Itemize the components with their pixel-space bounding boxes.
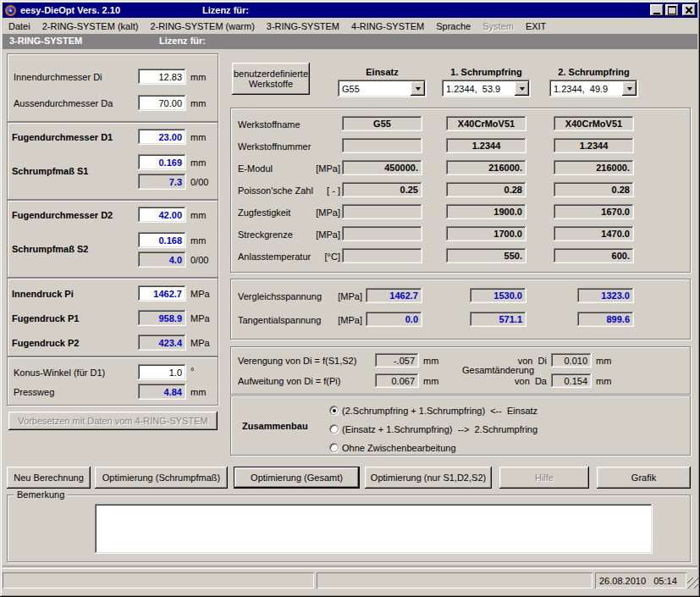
tangentialspannung-ring1: 571.1 xyxy=(470,312,526,327)
assembly-option1-label[interactable]: (2.Schrumpfring + 1.Schrumpfring) <-- Ei… xyxy=(342,406,537,416)
emodul-ring1: 216000. xyxy=(446,160,526,175)
von-da-field: 0.154 xyxy=(551,373,592,388)
close-button[interactable] xyxy=(682,4,696,16)
label-von-di: von Di xyxy=(511,356,547,366)
maximize-button[interactable] xyxy=(665,4,679,16)
konus-field[interactable]: 1.0 xyxy=(138,364,186,380)
p2-field: 423.4 xyxy=(138,334,186,351)
streckgrenze-einsatz xyxy=(342,226,422,241)
unit-p1: MPa xyxy=(190,313,210,323)
unit-d2: mm xyxy=(190,210,206,220)
unit-pi: MPa xyxy=(190,289,210,299)
menu-bar: Datei 2-RING-SYSTEM (kalt) 2-RING-SYSTEM… xyxy=(3,18,697,34)
unit-d1: mm xyxy=(190,132,206,142)
pi-field[interactable]: 1462.7 xyxy=(138,285,186,301)
einsatz-material-select[interactable]: G55 xyxy=(338,80,427,97)
unit-di: mm xyxy=(190,72,206,82)
column-header-ring2: 2. Schrumpfring xyxy=(549,67,638,77)
s2-field[interactable]: 0.168 xyxy=(138,232,186,248)
s1-field[interactable]: 0.169 xyxy=(138,154,186,170)
von-di-field: 0.010 xyxy=(551,353,592,368)
maximize-icon xyxy=(668,6,676,14)
tangentialspannung-ring2: 899.6 xyxy=(577,312,634,327)
label-vergleichsspannung: Vergleichsspannung xyxy=(238,291,322,301)
label-werkstoffnummer: Werkstoffnummer xyxy=(238,141,311,152)
menu-datei[interactable]: Datei xyxy=(3,19,36,33)
unit-emodul: [MPa] xyxy=(279,163,340,174)
ring2-select-dropdown-button[interactable] xyxy=(622,81,637,96)
unit-anlasstemperatur: [°C] xyxy=(279,252,340,262)
zugfestigkeit-ring2: 1670.0 xyxy=(554,204,634,219)
di-field[interactable]: 12.83 xyxy=(138,69,186,85)
optimierung-schrumpfmass-button[interactable]: Optimierung (Schrumpfmaß) xyxy=(95,467,228,489)
label-di: Innendurchmesser Di xyxy=(14,72,102,82)
unit-von-da: mm xyxy=(596,376,611,386)
neu-berechnung-button[interactable]: Neu Berechnung xyxy=(7,467,91,489)
title-bar[interactable]: eesy-DieOpt Vers. 2.10 Lizenz für: xyxy=(3,3,697,18)
optimierung-s1d2s2-button[interactable]: Optimierung (nur S1,D2,S2) xyxy=(365,467,492,489)
label-s2: Schrumpfmaß S2 xyxy=(12,244,88,254)
assembly-option2-label[interactable]: (Einsatz + 1.Schrumpfring) --> 2.Schrump… xyxy=(342,424,537,434)
d1-field[interactable]: 23.00 xyxy=(138,129,186,145)
subheader-bar: 3-RING-SYSTEM Lizenz für: xyxy=(3,34,697,49)
menu-sprache[interactable]: Sprache xyxy=(430,19,477,33)
label-p1: Fugendruck P1 xyxy=(12,313,79,323)
pressweg-field: 4.84 xyxy=(138,384,186,400)
bemerkung-textarea[interactable] xyxy=(95,504,653,554)
menu-2ring-kalt[interactable]: 2-RING-SYSTEM (kalt) xyxy=(36,19,145,33)
label-d2: Fugendurchmesser D2 xyxy=(12,210,113,220)
group-konus xyxy=(7,357,218,406)
ring1-material-select[interactable]: 1.2344, 53.9 xyxy=(442,80,531,97)
label-pi: Innendruck Pi xyxy=(12,289,74,299)
label-aufweitung: Aufweitung von Di = f(Pi) xyxy=(238,376,340,386)
menu-2ring-warm[interactable]: 2-RING-SYSTEM (warm) xyxy=(144,19,260,33)
d2-field[interactable]: 42.00 xyxy=(138,207,186,223)
s1-promille-field: 7.3 xyxy=(138,174,186,190)
user-materials-button[interactable]: benutzerdefinierte Werkstoffe xyxy=(232,63,310,95)
menu-4ring[interactable]: 4-RING-SYSTEM xyxy=(345,19,430,33)
aufweitung-field: 0.067 xyxy=(375,373,419,388)
unit-s1-promille: 0/00 xyxy=(190,177,208,187)
titlebar-license-label: Lizenz für: xyxy=(202,5,249,15)
poisson-ring1: 0.28 xyxy=(446,182,526,197)
zugfestigkeit-ring1: 1900.0 xyxy=(446,204,526,219)
group-deformation xyxy=(230,346,691,395)
assembly-option2-radio[interactable] xyxy=(329,424,339,434)
zugfestigkeit-einsatz xyxy=(342,204,422,219)
anlasstemperatur-ring1: 550. xyxy=(446,248,526,263)
minimize-button[interactable] xyxy=(650,4,664,16)
streckgrenze-ring1: 1700.0 xyxy=(446,226,526,241)
menu-3ring[interactable]: 3-RING-SYSTEM xyxy=(261,19,345,33)
ring2-material-select[interactable]: 1.2344, 49.9 xyxy=(549,80,638,97)
optimierung-gesamt-button[interactable]: Optimierung (Gesamt) xyxy=(234,467,360,489)
statusbar-datetime: 26.08.2010 05:14 xyxy=(595,572,686,589)
assembly-option1-radio[interactable] xyxy=(329,406,339,415)
anlasstemperatur-einsatz xyxy=(342,248,422,263)
label-emodul: E-Modul xyxy=(238,163,273,174)
vergleichsspannung-ring1: 1530.0 xyxy=(470,288,526,303)
resize-grip[interactable] xyxy=(687,578,698,589)
unit-s1: mm xyxy=(190,158,206,168)
assembly-option3-label[interactable]: Ohne Zwischenbearbeitung xyxy=(342,443,456,453)
unit-s2: mm xyxy=(190,235,206,246)
werkstoffname-ring2: X40CrMoV51 xyxy=(554,116,634,131)
app-icon[interactable] xyxy=(5,5,16,16)
grafik-button[interactable]: Grafik xyxy=(597,467,691,489)
streckgrenze-ring2: 1470.0 xyxy=(554,226,634,241)
app-window: eesy-DieOpt Vers. 2.10 Lizenz für: Datei… xyxy=(0,0,700,597)
anlasstemperatur-ring2: 600. xyxy=(554,248,634,263)
unit-p2: MPa xyxy=(190,338,210,348)
preset-4ring-button: Vorbesetzen mit Daten vom 4-RING-SYSTEM xyxy=(8,412,218,430)
menu-exit[interactable]: EXIT xyxy=(520,19,552,33)
label-p2: Fugendruck P2 xyxy=(12,338,79,348)
werkstoffnummer-ring2: 1.2344 xyxy=(554,138,634,153)
da-field[interactable]: 70.00 xyxy=(138,95,186,111)
ring1-select-dropdown-button[interactable] xyxy=(515,81,529,96)
poisson-einsatz: 0.25 xyxy=(342,182,422,197)
label-werkstoffname: Werkstoffname xyxy=(238,119,300,130)
einsatz-select-dropdown-button[interactable] xyxy=(411,81,425,96)
unit-von-di: mm xyxy=(596,356,611,366)
unit-aufweitung: mm xyxy=(423,376,438,386)
assembly-option3-radio[interactable] xyxy=(329,443,339,452)
hilfe-button: Hilfe xyxy=(499,467,589,489)
